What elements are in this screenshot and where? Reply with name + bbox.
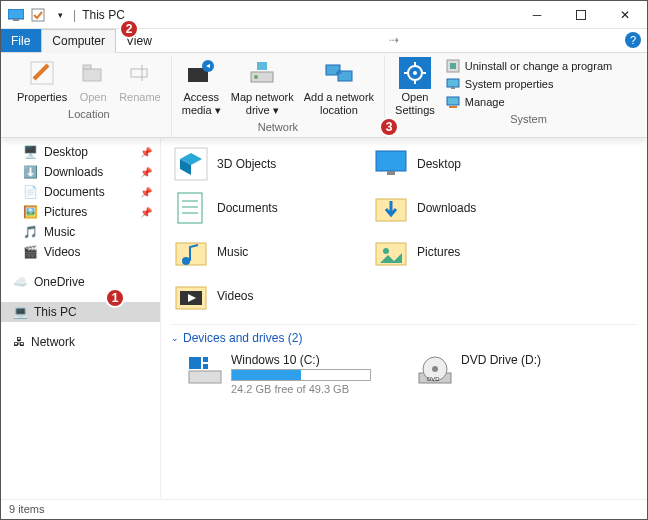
drive-dvd-label: DVD Drive (D:) <box>461 353 617 367</box>
close-button[interactable]: ✕ <box>603 1 647 29</box>
folder-label: Music <box>217 245 248 259</box>
minimize-ribbon-icon[interactable]: ⇢ <box>387 29 401 52</box>
music-folder-icon <box>173 234 209 270</box>
sidebar-item-onedrive[interactable]: ☁️OneDrive <box>1 272 160 292</box>
sidebar-item-videos[interactable]: 🎬Videos <box>1 242 160 262</box>
map-drive-button[interactable]: Map network drive ▾ <box>229 55 296 119</box>
tab-file[interactable]: File <box>1 29 41 52</box>
sidebar-label: Documents <box>44 185 105 199</box>
properties-button[interactable]: Properties <box>15 55 69 106</box>
svg-rect-26 <box>451 87 455 89</box>
devices-heading[interactable]: ⌄Devices and drives (2) <box>171 324 637 349</box>
tab-computer[interactable]: Computer <box>41 29 116 53</box>
svg-rect-1 <box>13 19 19 21</box>
sidebar-item-music[interactable]: 🎵Music <box>1 222 160 242</box>
maximize-button[interactable] <box>559 1 603 29</box>
access-media-button[interactable]: Access media ▾ <box>180 55 223 119</box>
manage-label: Manage <box>465 96 505 108</box>
drive-dvd[interactable]: DVD DVD Drive (D:) <box>417 353 617 395</box>
properties-icon <box>26 57 58 89</box>
uninstall-icon <box>445 58 461 74</box>
drive-c[interactable]: Windows 10 (C:) 24.2 GB free of 49.3 GB <box>187 353 387 395</box>
devices-heading-label: Devices and drives (2) <box>183 331 302 345</box>
svg-point-12 <box>254 75 258 79</box>
svg-rect-25 <box>447 79 459 87</box>
svg-rect-32 <box>387 171 395 175</box>
group-network-label: Network <box>258 119 298 137</box>
uninstall-label: Uninstall or change a program <box>465 60 612 72</box>
ribbon: Properties Open Rename Location Access m… <box>1 53 647 138</box>
open-label: Open <box>80 91 107 104</box>
open-settings-button[interactable]: Open Settings <box>393 55 437 119</box>
pc-icon: 💻 <box>13 305 28 319</box>
folder-label: Documents <box>217 201 278 215</box>
pin-icon: 📌 <box>140 207 152 218</box>
downloads-folder-icon <box>373 190 409 226</box>
group-network: Access media ▾ Map network drive ▾ Add a… <box>172 55 385 137</box>
svg-rect-33 <box>178 193 202 223</box>
folder-desktop[interactable]: Desktop <box>371 142 571 186</box>
folder-downloads[interactable]: Downloads <box>371 186 571 230</box>
folder-videos[interactable]: Videos <box>171 274 371 318</box>
folder-documents[interactable]: Documents <box>171 186 371 230</box>
uninstall-button[interactable]: Uninstall or change a program <box>445 57 612 75</box>
manage-button[interactable]: Manage <box>445 93 612 111</box>
sidebar-label: Music <box>44 225 75 239</box>
sidebar-label: Network <box>31 335 75 349</box>
svg-rect-7 <box>131 69 147 77</box>
badge-2: 2 <box>119 19 139 39</box>
videos-folder-icon <box>173 278 209 314</box>
svg-rect-0 <box>8 9 24 19</box>
3d-icon <box>173 146 209 182</box>
sidebar-item-thispc[interactable]: 💻This PC <box>1 302 160 322</box>
folder-label: Downloads <box>417 201 476 215</box>
map-drive-icon <box>246 57 278 89</box>
folder-pictures[interactable]: Pictures <box>371 230 571 274</box>
window-title: This PC <box>82 8 125 22</box>
group-system: Open Settings Uninstall or change a prog… <box>385 55 620 137</box>
folder-label: Pictures <box>417 245 460 259</box>
drive-c-icon <box>187 353 223 389</box>
documents-icon: 📄 <box>23 185 38 199</box>
svg-rect-6 <box>83 65 91 69</box>
main-pane[interactable]: 3D Objects Desktop Documents Downloads M… <box>161 138 647 498</box>
svg-rect-31 <box>376 151 406 171</box>
sidebar-label: Downloads <box>44 165 103 179</box>
sidebar-item-documents[interactable]: 📄Documents📌 <box>1 182 160 202</box>
sidebar-item-pictures[interactable]: 🖼️Pictures📌 <box>1 202 160 222</box>
minimize-button[interactable]: ─ <box>515 1 559 29</box>
open-icon <box>77 57 109 89</box>
svg-rect-24 <box>450 63 456 69</box>
onedrive-icon: ☁️ <box>13 275 28 289</box>
svg-point-39 <box>182 257 190 265</box>
rename-label: Rename <box>119 91 161 104</box>
media-icon <box>185 57 217 89</box>
pictures-icon: 🖼️ <box>23 205 38 219</box>
help-button[interactable]: ? <box>625 32 641 48</box>
pin-icon: 📌 <box>140 147 152 158</box>
pin-icon: 📌 <box>140 187 152 198</box>
sidebar-item-network[interactable]: 🖧Network <box>1 332 160 352</box>
qat-dropdown-icon[interactable]: ▾ <box>51 6 69 24</box>
map-drive-label: Map network drive ▾ <box>231 91 294 117</box>
folder-3d-objects[interactable]: 3D Objects <box>171 142 371 186</box>
navigation-pane[interactable]: 🖥️Desktop📌 ⬇️Downloads📌 📄Documents📌 🖼️Pi… <box>1 138 161 498</box>
pc-icon <box>7 6 25 24</box>
folder-label: Desktop <box>417 157 461 171</box>
sidebar-label: This PC <box>34 305 77 319</box>
dvd-icon: DVD <box>417 353 453 389</box>
quick-access-toolbar: ▾ | <box>1 6 76 24</box>
badge-3: 3 <box>379 117 399 137</box>
sidebar-label: OneDrive <box>34 275 85 289</box>
sidebar-item-desktop[interactable]: 🖥️Desktop📌 <box>1 142 160 162</box>
ribbon-tabs: File Computer View ⇢ ? <box>1 29 647 53</box>
checkbox-icon[interactable] <box>29 6 47 24</box>
add-location-button[interactable]: Add a network location <box>302 55 376 119</box>
svg-text:DVD: DVD <box>427 376 440 382</box>
status-bar: 9 items <box>1 499 647 519</box>
sidebar-item-downloads[interactable]: ⬇️Downloads📌 <box>1 162 160 182</box>
drive-c-bar <box>231 369 371 381</box>
folder-music[interactable]: Music <box>171 230 371 274</box>
videos-icon: 🎬 <box>23 245 38 259</box>
system-properties-button[interactable]: System properties <box>445 75 612 93</box>
